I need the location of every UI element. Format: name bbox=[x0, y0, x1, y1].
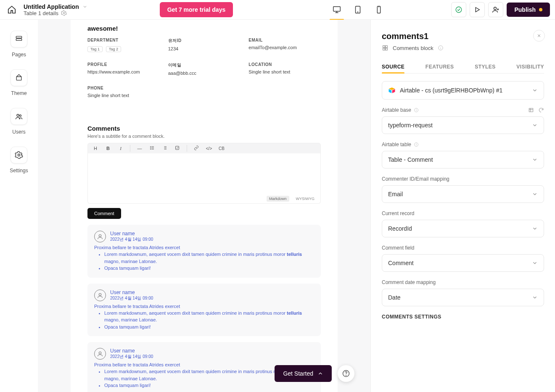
tag: Tag 2 bbox=[106, 46, 121, 52]
comment-submit-button[interactable]: Comment bbox=[87, 208, 121, 219]
get-started-button[interactable]: Get Started bbox=[275, 365, 332, 382]
comment-user: User name bbox=[110, 231, 153, 237]
comment-editor[interactable]: Markdown WYSIWYG bbox=[87, 153, 321, 204]
info-icon[interactable] bbox=[414, 142, 419, 147]
svg-point-52 bbox=[416, 144, 417, 144]
field-value: emailTo@example.com bbox=[248, 45, 321, 50]
info-icon[interactable] bbox=[438, 45, 444, 51]
svg-point-8 bbox=[494, 7, 497, 10]
status-ok-button[interactable] bbox=[451, 2, 466, 17]
device-tablet-button[interactable] bbox=[352, 3, 364, 16]
avatar-icon bbox=[94, 348, 106, 360]
date-mapping-select[interactable]: Date bbox=[382, 289, 544, 306]
toolbar-code[interactable]: </> bbox=[206, 146, 212, 151]
commenter-select[interactable]: Email bbox=[382, 185, 544, 203]
device-mobile-button[interactable] bbox=[373, 3, 385, 16]
rail-item-users[interactable]: Users bbox=[11, 108, 27, 135]
help-fab[interactable] bbox=[338, 365, 354, 382]
right-panel: comments1 Comments block SOURCE FEATURES… bbox=[370, 20, 555, 392]
svg-point-20 bbox=[151, 147, 151, 147]
toolbar-hr[interactable]: — bbox=[136, 146, 143, 151]
comment-body: Lorem markdownum, aequent vocem dixit ta… bbox=[94, 310, 314, 331]
avatar-icon bbox=[94, 289, 106, 301]
toolbar-codeblock[interactable]: CB bbox=[218, 146, 225, 151]
tab-features[interactable]: FEATURES bbox=[426, 61, 454, 73]
table-select[interactable]: Table - Comment bbox=[382, 151, 544, 168]
toolbar-italic[interactable]: I bbox=[117, 146, 124, 151]
panel-title: comments1 bbox=[382, 32, 544, 41]
chevron-down-icon bbox=[532, 157, 538, 163]
chevron-down-icon bbox=[532, 260, 538, 266]
tab-styles[interactable]: STYLES bbox=[475, 61, 496, 73]
svg-point-31 bbox=[346, 375, 346, 376]
field-label: Comment date mapping bbox=[382, 279, 436, 285]
svg-point-21 bbox=[151, 148, 151, 148]
preview-play-button[interactable] bbox=[470, 2, 485, 17]
chevron-down-icon[interactable] bbox=[82, 4, 87, 9]
comment-date: 2022년 4월 14일 09:00 bbox=[110, 354, 153, 360]
comment-user: User name bbox=[110, 289, 153, 295]
publish-status-dot bbox=[539, 8, 542, 11]
field-label: 이메일 bbox=[168, 62, 240, 68]
publish-label: Publish bbox=[514, 6, 536, 13]
toolbar-heading[interactable]: H bbox=[92, 146, 99, 151]
svg-rect-37 bbox=[386, 48, 388, 50]
svg-marker-7 bbox=[476, 8, 480, 12]
toolbar-ul-icon[interactable] bbox=[149, 145, 156, 151]
comment-field-select[interactable]: Comment bbox=[382, 254, 544, 272]
home-button[interactable] bbox=[5, 3, 18, 16]
field-value: Single line short text bbox=[87, 93, 160, 98]
toolbar-bold[interactable]: B bbox=[105, 146, 111, 151]
editor-mode-markdown[interactable]: Markdown bbox=[267, 196, 289, 202]
svg-point-16 bbox=[18, 154, 20, 156]
airtable-icon bbox=[388, 87, 396, 94]
publish-button[interactable]: Publish bbox=[507, 3, 550, 17]
comments-title: Comments bbox=[87, 125, 321, 132]
device-desktop-button[interactable] bbox=[330, 3, 343, 16]
table-icon[interactable] bbox=[528, 107, 534, 113]
tab-visibility[interactable]: VISIBILITY bbox=[516, 61, 544, 73]
chevron-down-icon bbox=[532, 191, 538, 197]
rail-item-theme[interactable]: Theme bbox=[11, 69, 27, 96]
field-label: 유저ID bbox=[168, 38, 240, 44]
svg-rect-47 bbox=[529, 108, 533, 112]
tab-source[interactable]: SOURCE bbox=[382, 61, 404, 73]
toolbar-link-icon[interactable] bbox=[193, 145, 200, 151]
record-select[interactable]: RecordId bbox=[382, 220, 544, 237]
svg-rect-36 bbox=[383, 48, 385, 50]
toolbar-checklist-icon[interactable] bbox=[174, 145, 181, 151]
svg-rect-1 bbox=[333, 7, 341, 11]
info-icon[interactable] bbox=[414, 108, 419, 113]
settings-icon bbox=[15, 151, 23, 159]
editor-mode-wysiwyg[interactable]: WYSIWYG bbox=[293, 196, 317, 202]
comment-lead: Proxima bellare te tractata Atrides exer… bbox=[94, 304, 314, 309]
topbar: Untitled Application Table 1 details Get… bbox=[0, 0, 555, 20]
svg-point-15 bbox=[19, 115, 21, 116]
field-label: PROFILE bbox=[87, 62, 160, 67]
avatar-icon bbox=[94, 231, 106, 242]
svg-point-46 bbox=[416, 109, 417, 110]
base-value: typeform-request bbox=[388, 122, 433, 129]
trial-button[interactable]: Get 7 more trial days bbox=[160, 2, 233, 17]
rail-label: Pages bbox=[12, 52, 26, 58]
datasource-select[interactable]: Airtable - cs (usrt9gElRHBOPbWnp) #1 bbox=[382, 81, 544, 100]
rail-item-settings[interactable]: Settings bbox=[10, 147, 28, 174]
field-label: PHONE bbox=[87, 86, 160, 90]
invite-user-button[interactable] bbox=[488, 2, 503, 17]
comment-field-value: Comment bbox=[388, 260, 414, 266]
datasource-value: Airtable - cs (usrt9gElRHBOPbWnp) #1 bbox=[400, 87, 502, 94]
svg-point-6 bbox=[456, 7, 462, 13]
close-panel-button[interactable] bbox=[533, 30, 545, 42]
field-label: LOCATION bbox=[248, 62, 321, 67]
chevron-down-icon bbox=[532, 87, 538, 93]
toolbar-ol-icon[interactable] bbox=[161, 145, 168, 151]
refresh-icon[interactable] bbox=[538, 107, 544, 113]
rail-label: Settings bbox=[10, 168, 28, 174]
comments-block[interactable]: Comments Here's a subtitle for a comment… bbox=[87, 125, 321, 392]
svg-point-28 bbox=[99, 293, 101, 295]
comment-date: 2022년 4월 14일 09:00 bbox=[110, 237, 153, 242]
record-heading: awesome! bbox=[87, 24, 321, 38]
base-select[interactable]: typeform-request bbox=[382, 116, 544, 134]
rail-item-pages[interactable]: Pages bbox=[11, 31, 27, 58]
gear-icon[interactable] bbox=[61, 10, 67, 16]
